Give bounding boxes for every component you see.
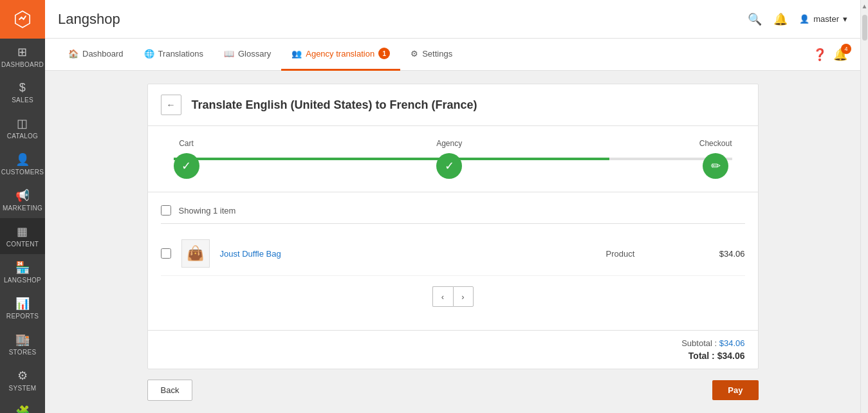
subtotal-label: Subtotal :: [681, 338, 717, 348]
stepper-step-agency: Agency ✓: [436, 139, 462, 179]
page-card: ← Translate English (United States) to F…: [147, 84, 759, 369]
tab-label: Glossary: [238, 49, 271, 59]
sidebar-item-stores[interactable]: 🏬 Stores: [0, 326, 45, 362]
sidebar-item-reports[interactable]: 📊 Reports: [0, 290, 45, 326]
catalog-icon: ◫: [17, 116, 28, 131]
sidebar-item-label: Dashboard: [1, 61, 44, 68]
sidebar-item-content[interactable]: ▦ Content: [0, 218, 45, 254]
sidebar-item-label: Customers: [1, 169, 44, 176]
pagination: ‹ ›: [161, 286, 745, 307]
bell-icon[interactable]: 🔔: [773, 12, 788, 26]
total-label: Total :: [688, 351, 715, 361]
dashboard-icon: ⊞: [17, 45, 27, 59]
sidebar-item-system[interactable]: ⚙ System: [0, 362, 45, 398]
tab-globe-icon: 🌐: [144, 49, 154, 59]
username: master: [813, 14, 839, 24]
back-arrow-icon: ←: [167, 100, 176, 110]
find-partners-icon: 🧩: [15, 405, 30, 413]
items-section: Showing 1 item 👜 Joust Duffle Bag Produc…: [148, 192, 758, 330]
subtotal-line: Subtotal : $34.06: [161, 338, 745, 348]
sidebar-item-catalog[interactable]: ◫ Catalog: [0, 110, 45, 146]
tab-nav-right: ❓ 🔔 4: [813, 48, 847, 62]
right-scrollbar: ▲: [860, 0, 868, 413]
stepper-fill-2: [453, 158, 609, 160]
user-menu[interactable]: 👤 master ▾: [799, 14, 847, 24]
table-row: 👜 Joust Duffle Bag Product $34.06: [161, 232, 745, 276]
items-showing-text: Showing 1 item: [179, 206, 236, 216]
sidebar-item-label: Sales: [12, 96, 33, 104]
tab-navigation: 🏠 Dashboard 🌐 Translations 📖 Glossary 👥 …: [45, 39, 860, 71]
bell-count: 4: [841, 44, 851, 54]
stepper: Cart ✓ Agency ✓ Checkout ✏: [148, 126, 758, 192]
sidebar-item-label: Content: [6, 241, 39, 248]
item-name-link[interactable]: Joust Duffle Bag: [220, 249, 596, 259]
stepper-label-checkout: Checkout: [699, 139, 732, 148]
nav-bell[interactable]: 🔔 4: [833, 48, 847, 62]
search-icon[interactable]: 🔍: [748, 12, 762, 26]
tab-book-icon: 📖: [224, 49, 234, 59]
page-header: ← Translate English (United States) to F…: [148, 84, 758, 126]
sidebar-item-marketing[interactable]: 📢 Marketing: [0, 182, 45, 218]
scroll-thumb[interactable]: [862, 15, 867, 41]
app-title: Langshop: [58, 11, 748, 28]
agency-badge: 1: [378, 48, 390, 59]
sidebar-item-find-partners[interactable]: 🧩 Find Partners & Extensions: [0, 398, 45, 413]
subtotal-value: $34.06: [719, 338, 745, 348]
sidebar-item-customers[interactable]: 👤 Customers: [0, 146, 45, 182]
tab-dashboard[interactable]: 🏠 Dashboard: [58, 39, 134, 71]
stores-icon: 🏬: [15, 333, 30, 347]
user-icon: 👤: [799, 14, 809, 24]
back-arrow-button[interactable]: ←: [161, 95, 181, 115]
tab-label: Agency translation: [306, 49, 374, 59]
tab-label: Dashboard: [82, 49, 124, 59]
main-area: Langshop 🔍 🔔 👤 master ▾ 🏠 Dashboard 🌐 Tr…: [45, 0, 860, 413]
sidebar-item-label: Langshop: [4, 277, 41, 284]
item-checkbox[interactable]: [161, 248, 171, 259]
tab-settings-icon: ⚙: [411, 49, 418, 59]
help-icon[interactable]: ❓: [813, 48, 827, 62]
tab-home-icon: 🏠: [68, 49, 78, 59]
customers-icon: 👤: [15, 152, 30, 167]
topbar-actions: 🔍 🔔 👤 master ▾: [748, 12, 847, 26]
stepper-track: Cart ✓ Agency ✓ Checkout ✏: [174, 139, 732, 179]
back-button[interactable]: Back: [147, 380, 193, 401]
footer-actions: Back Pay: [147, 369, 759, 411]
scroll-up-button[interactable]: ▲: [859, 0, 868, 12]
next-page-button[interactable]: ›: [453, 286, 474, 307]
content-area: ← Translate English (United States) to F…: [45, 71, 860, 413]
user-dropdown-icon: ▾: [843, 14, 847, 24]
reports-icon: 📊: [15, 297, 30, 311]
tab-agency-icon: 👥: [291, 49, 302, 59]
tab-glossary[interactable]: 📖 Glossary: [214, 39, 281, 71]
sidebar-item-label: Reports: [6, 313, 39, 320]
langshop-icon: 🏪: [15, 261, 30, 275]
tab-label: Translations: [158, 49, 203, 59]
stepper-label-cart: Cart: [179, 139, 194, 148]
stepper-step-cart: Cart ✓: [174, 139, 199, 179]
app-logo[interactable]: [0, 0, 45, 39]
stepper-fill-1: [174, 158, 453, 160]
tab-agency-translation[interactable]: 👥 Agency translation 1: [281, 39, 400, 71]
stepper-step-checkout: Checkout ✏: [699, 139, 732, 179]
topbar: Langshop 🔍 🔔 👤 master ▾: [45, 0, 860, 39]
tab-label: Settings: [422, 49, 452, 59]
items-header: Showing 1 item: [161, 205, 745, 224]
total-line: Total : $34.06: [161, 351, 745, 361]
sidebar-item-langshop[interactable]: 🏪 Langshop: [0, 254, 45, 290]
tab-settings[interactable]: ⚙ Settings: [400, 39, 463, 71]
sidebar-item-label: Marketing: [3, 205, 42, 212]
pay-button[interactable]: Pay: [712, 380, 758, 400]
tab-translations[interactable]: 🌐 Translations: [134, 39, 214, 71]
marketing-icon: 📢: [15, 188, 30, 203]
prev-page-button[interactable]: ‹: [432, 286, 453, 307]
sidebar-item-dashboard[interactable]: ⊞ Dashboard: [0, 39, 45, 75]
page-title: Translate English (United States) to Fre…: [192, 98, 477, 112]
stepper-circle-agency: ✓: [436, 153, 462, 179]
order-summary: Subtotal : $34.06 Total : $34.06: [148, 330, 758, 369]
select-all-checkbox[interactable]: [161, 205, 171, 216]
item-image: 👜: [181, 239, 210, 268]
stepper-circle-cart: ✓: [174, 153, 199, 179]
stepper-label-agency: Agency: [436, 139, 462, 148]
sidebar-item-sales[interactable]: $ Sales: [0, 75, 45, 110]
system-icon: ⚙: [17, 369, 28, 383]
